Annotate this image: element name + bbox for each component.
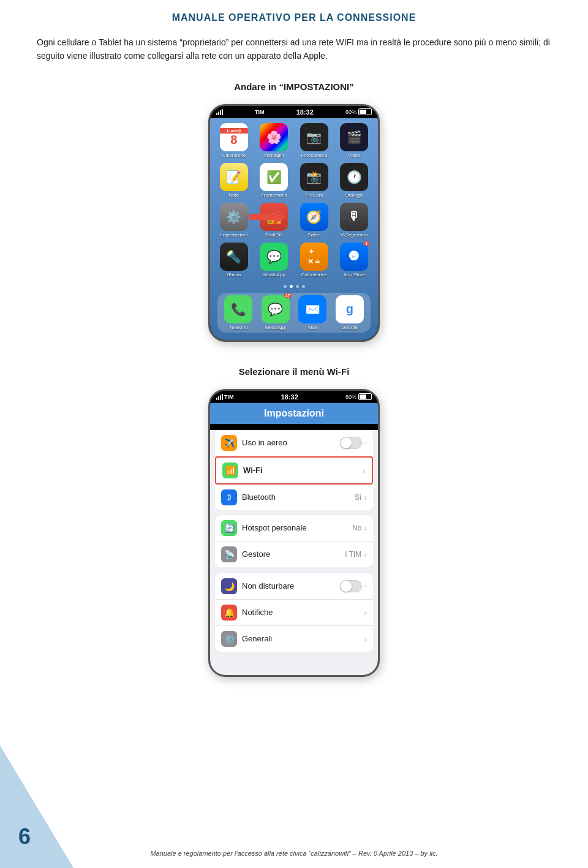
app-whatsapp-label: WhatsApp bbox=[263, 272, 285, 277]
dock-messages-label: Messaggi bbox=[265, 325, 286, 330]
dot-3 bbox=[296, 285, 299, 288]
airplane-label: Uso in aereo bbox=[242, 438, 340, 447]
app-procam[interactable]: 📸 ProCam bbox=[297, 163, 331, 198]
icon-row-3: ⚙️ Impostazioni 📻 RadiON 🧭 bbox=[214, 203, 374, 238]
notifiche-label: Notifiche bbox=[242, 608, 364, 617]
section2-label: Selezionare il menù Wi-Fi bbox=[37, 366, 551, 377]
hotspot-icon: 🔄 bbox=[221, 520, 237, 536]
intro-text: Ogni cellulare o Tablet ha un sistema “p… bbox=[37, 36, 551, 63]
iphone-homescreen: TIM 18:32 60% Lunedì 8 bbox=[208, 104, 380, 342]
wifi-icon: 📶 bbox=[222, 462, 238, 478]
page-number: 6 bbox=[18, 824, 31, 850]
settings-row-gestore[interactable]: 📡 Gestore I TIM › bbox=[215, 542, 373, 567]
hotspot-chevron: › bbox=[364, 523, 367, 533]
section1-label: Andare in “IMPOSTAZIONI” bbox=[37, 81, 551, 92]
settings-section-1: ✈️ Uso in aereo ○ 📶 Wi-Fi › bbox=[215, 430, 373, 510]
settings-row-hotspot[interactable]: 🔄 Hotspot personale No › bbox=[215, 515, 373, 542]
disturb-toggle-circle: ○ bbox=[363, 583, 367, 589]
app-radion-label: RadiON bbox=[265, 232, 282, 238]
icon-row-2: 📝 Note ✅ Promemoria 📸 ProCam 🕐 Orologio bbox=[214, 163, 374, 198]
app-settings-label: Impostazioni bbox=[220, 232, 247, 238]
dot-4 bbox=[302, 285, 305, 288]
notifiche-icon: 🔔 bbox=[221, 605, 237, 621]
settings-row-notifiche[interactable]: 🔔 Notifiche › bbox=[215, 600, 373, 626]
homescreen-statusbar: TIM 18:32 60% bbox=[210, 106, 378, 118]
homescreen: Lunedì 8 Calendario 🌸 Immagini 📷 Fotocam… bbox=[210, 118, 378, 340]
disturb-toggle[interactable] bbox=[340, 580, 362, 592]
iphone-homescreen-container: TIM 18:32 60% Lunedì 8 bbox=[37, 104, 551, 342]
dot-2 bbox=[290, 285, 293, 288]
app-notes[interactable]: 📝 Note bbox=[217, 163, 251, 198]
airplane-icon: ✈️ bbox=[221, 435, 237, 451]
generali-chevron: › bbox=[364, 634, 367, 644]
gestore-label: Gestore bbox=[242, 549, 345, 559]
dock-mail-label: Mail bbox=[308, 325, 317, 330]
svg-marker-0 bbox=[249, 209, 286, 225]
app-photos[interactable]: 🌸 Immagini bbox=[257, 123, 291, 158]
app-video[interactable]: 🎬 Video bbox=[337, 123, 371, 158]
wifi-label: Wi-Fi bbox=[243, 466, 363, 475]
bluetooth-chevron: › bbox=[364, 492, 367, 502]
settings-section-3: 🌙 Non disturbare ○ 🔔 Notifiche › ⚙️ bbox=[215, 573, 373, 652]
app-appstore[interactable]: 🅐 1 App Store bbox=[337, 243, 371, 277]
generali-icon: ⚙️ bbox=[221, 631, 237, 647]
airplane-toggle[interactable] bbox=[340, 437, 362, 449]
settings-row-disturb[interactable]: 🌙 Non disturbare ○ bbox=[215, 573, 373, 600]
settings-statusbar: TIM 18:32 60% bbox=[210, 391, 378, 403]
settings-row-airplane[interactable]: ✈️ Uso in aereo ○ bbox=[215, 430, 373, 456]
gestore-icon: 📡 bbox=[221, 546, 237, 562]
app-calendar[interactable]: Lunedì 8 Calendario bbox=[217, 123, 251, 158]
dock-google[interactable]: g Google bbox=[333, 295, 367, 330]
toggle-circle: ○ bbox=[363, 439, 367, 446]
app-camera[interactable]: 📷 Fotocamera bbox=[297, 123, 331, 158]
settings-row-wifi[interactable]: 📶 Wi-Fi › bbox=[215, 456, 373, 485]
dock-phone[interactable]: 📞 Telefono bbox=[221, 295, 255, 330]
app-vseg[interactable]: 🎙 V-Segretario bbox=[337, 203, 371, 238]
app-photos-label: Immagini bbox=[264, 153, 284, 158]
app-torch[interactable]: 🔦 iTorcia bbox=[217, 243, 251, 277]
app-vseg-label: V-Segretario bbox=[341, 232, 368, 238]
dock-messages[interactable]: 💬 17 Messaggi bbox=[258, 295, 293, 330]
page-title: MANUALE OPERATIVO PER LA CONNESSIONE bbox=[37, 12, 551, 23]
app-appstore-label: App Store bbox=[343, 272, 365, 277]
app-reminders[interactable]: ✅ Promemoria bbox=[257, 163, 291, 198]
app-torch-label: iTorcia bbox=[227, 272, 241, 277]
app-video-label: Video bbox=[348, 153, 360, 158]
app-procam-label: ProCam bbox=[305, 192, 323, 198]
settings-row-generali[interactable]: ⚙️ Generali › bbox=[215, 626, 373, 652]
app-clock[interactable]: 🕐 Orologio bbox=[337, 163, 371, 198]
icon-row-4: 🔦 iTorcia 💬 WhatsApp ＋✕＝ Calcolatrice 🅐 bbox=[214, 243, 374, 277]
bluetooth-label: Bluetooth bbox=[242, 492, 355, 502]
app-calculator[interactable]: ＋✕＝ Calcolatrice bbox=[297, 243, 331, 277]
app-camera-label: Fotocamera bbox=[301, 153, 327, 158]
iphone-settings: TIM 18:32 60% Impostazioni ✈️ Uso in aer… bbox=[208, 389, 380, 677]
app-safari-label: Safari bbox=[307, 232, 320, 238]
hotspot-value: No bbox=[352, 524, 361, 532]
generali-label: Generali bbox=[242, 634, 364, 643]
dock-mail[interactable]: ✉️ Mail bbox=[295, 295, 330, 330]
dock-google-label: Google bbox=[342, 325, 358, 330]
iphone-settings-container: TIM 18:32 60% Impostazioni ✈️ Uso in aer… bbox=[37, 389, 551, 677]
disturb-icon: 🌙 bbox=[221, 578, 237, 594]
app-safari[interactable]: 🧭 Safari bbox=[297, 203, 331, 238]
app-whatsapp[interactable]: 💬 WhatsApp bbox=[257, 243, 291, 277]
app-settings[interactable]: ⚙️ Impostazioni bbox=[217, 203, 251, 238]
red-arrow bbox=[249, 209, 286, 227]
bluetooth-icon: ₿ bbox=[221, 489, 237, 505]
settings-screen: ✈️ Uso in aereo ○ 📶 Wi-Fi › bbox=[210, 430, 378, 675]
settings-row-bluetooth[interactable]: ₿ Bluetooth Sì › bbox=[215, 485, 373, 510]
settings-section-2: 🔄 Hotspot personale No › 📡 Gestore I TIM… bbox=[215, 515, 373, 567]
app-clock-label: Orologio bbox=[345, 192, 363, 198]
settings-header: Impostazioni bbox=[210, 403, 378, 424]
icon-row-1: Lunedì 8 Calendario 🌸 Immagini 📷 Fotocam… bbox=[214, 123, 374, 158]
disturb-label: Non disturbare bbox=[242, 581, 340, 591]
hotspot-label: Hotspot personale bbox=[242, 523, 352, 532]
dock-phone-label: Telefono bbox=[229, 325, 247, 330]
app-reminders-label: Promemoria bbox=[260, 192, 287, 198]
footer-text: Manuale e regolamento per l'accesso alla… bbox=[37, 850, 551, 857]
carrier-label bbox=[216, 109, 223, 115]
bluetooth-value: Sì bbox=[355, 493, 361, 502]
app-calendar-label: Calendario bbox=[222, 153, 246, 158]
dot-1 bbox=[284, 285, 287, 288]
app-calculator-label: Calcolatrice bbox=[301, 272, 327, 277]
